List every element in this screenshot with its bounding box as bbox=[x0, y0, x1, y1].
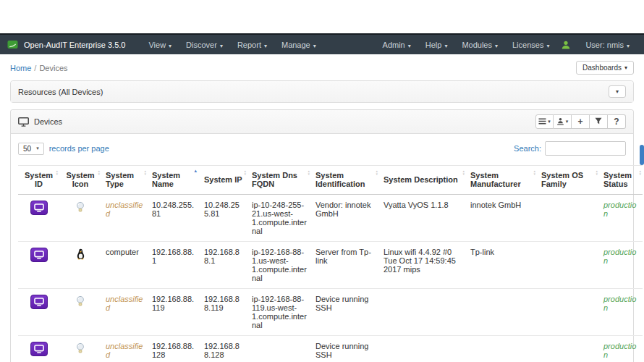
search-control: Search: bbox=[514, 141, 626, 156]
app-title[interactable]: Open-AudIT Enterprise 3.5.0 bbox=[24, 41, 125, 49]
menu-licenses[interactable]: Licenses▾ bbox=[506, 38, 556, 52]
chevron-down-icon: ▾ bbox=[444, 43, 447, 49]
sort-icon: ▴▾ bbox=[98, 169, 100, 175]
chevron-down-icon: ▾ bbox=[220, 43, 223, 49]
breadcrumb: Home / Devices Dashboards ▾ bbox=[10, 54, 634, 80]
system-type-cell: unclassified bbox=[101, 195, 148, 242]
search-input[interactable] bbox=[545, 141, 626, 156]
table-header-row: System ID▴▾System Icon▴▾System Type▴▾Sys… bbox=[18, 166, 643, 195]
system-ip-cell: 192.168.88.1 bbox=[200, 242, 247, 289]
system-name-cell: 192.168.88.1 bbox=[148, 242, 200, 289]
system-description-cell: Vyatta VyOS 1.1.8 bbox=[379, 195, 466, 242]
system-description-cell bbox=[379, 289, 466, 336]
plus-icon: + bbox=[577, 117, 582, 127]
menu-manage[interactable]: Manage▾ bbox=[275, 38, 323, 52]
column-header-system-ip[interactable]: System IP▴▾ bbox=[200, 166, 247, 195]
sort-icon: ▴▾ bbox=[533, 169, 535, 175]
menu-discover[interactable]: Discover▾ bbox=[179, 38, 229, 52]
system-identification-cell: Device running SSH bbox=[311, 289, 379, 336]
system-manufacturer-cell bbox=[466, 336, 537, 362]
lightbulb-icon bbox=[76, 342, 85, 354]
system-name-cell: 192.168.88.128 bbox=[148, 336, 200, 362]
device-view-cell bbox=[18, 195, 59, 242]
menu-report[interactable]: Report▾ bbox=[231, 38, 274, 52]
chevron-down-icon: ▾ bbox=[546, 43, 549, 49]
chevron-down-icon: ▾ bbox=[495, 43, 498, 49]
sort-asc-icon: ▴ bbox=[194, 168, 197, 174]
filter-button[interactable] bbox=[590, 114, 608, 129]
device-view-button[interactable] bbox=[30, 248, 48, 262]
sort-icon: ▴▾ bbox=[308, 169, 310, 175]
system-manufacturer-cell bbox=[466, 289, 537, 336]
device-row: computer192.168.88.1192.168.88.1ip-192-1… bbox=[18, 242, 643, 289]
column-header-system-manufacturer[interactable]: System Manufacturer▴▾ bbox=[466, 166, 537, 195]
system-name-cell: 192.168.88.119 bbox=[148, 289, 200, 336]
sort-icon: ▴▾ bbox=[244, 169, 246, 175]
tux-penguin-icon bbox=[76, 248, 85, 260]
resources-panel-title: Resources (All Devices) bbox=[18, 88, 103, 96]
breadcrumb-home-link[interactable]: Home bbox=[10, 64, 31, 72]
system-fqdn-cell: ip-10-248-255-21.us-west-1.compute.inter… bbox=[247, 195, 311, 242]
list-menu-button[interactable]: ▾ bbox=[535, 114, 554, 129]
column-header-system-dns-fqdn[interactable]: System Dns FQDN▴▾ bbox=[247, 166, 311, 195]
lightbulb-icon bbox=[76, 201, 85, 213]
system-description-cell bbox=[379, 336, 466, 362]
system-fqdn-cell: ip-192-168-88-119.us-west-1.compute.inte… bbox=[247, 289, 311, 336]
page: Open-AudIT Enterprise 3.5.0 View▾ Discov… bbox=[0, 0, 644, 362]
openaudit-logo-icon bbox=[7, 40, 18, 50]
sort-icon: ▴▾ bbox=[56, 169, 58, 175]
sort-icon: ▴▾ bbox=[596, 169, 598, 175]
devices-panel-title: Devices bbox=[34, 117, 62, 126]
menu-modules[interactable]: Modules▾ bbox=[455, 38, 504, 52]
table-body: unclassified10.248.255.8110.248.255.81ip… bbox=[18, 195, 643, 362]
column-header-system-identification[interactable]: System Identification▴▾ bbox=[311, 166, 379, 195]
dashboards-button[interactable]: Dashboards ▾ bbox=[576, 61, 634, 75]
system-ip-cell: 192.168.88.128 bbox=[200, 336, 247, 362]
sort-icon: ▴▾ bbox=[376, 169, 378, 175]
menu-admin[interactable]: Admin▾ bbox=[376, 38, 418, 52]
device-row: unclassified10.248.255.8110.248.255.81ip… bbox=[18, 195, 643, 242]
menu-help[interactable]: Help▾ bbox=[419, 38, 454, 52]
chevron-down-icon: ▾ bbox=[169, 43, 171, 49]
device-view-button[interactable] bbox=[30, 342, 48, 356]
export-menu-button[interactable]: ▾ bbox=[554, 114, 572, 129]
device-view-cell bbox=[18, 289, 59, 336]
lightbulb-icon bbox=[76, 295, 85, 307]
column-header-system-os-family[interactable]: System OS Family▴▾ bbox=[537, 166, 599, 195]
system-os-family-cell bbox=[537, 336, 599, 362]
resources-collapse-button[interactable]: ▾ bbox=[609, 85, 626, 98]
column-header-system-icon[interactable]: System Icon▴▾ bbox=[59, 166, 101, 195]
sort-icon: ▴▾ bbox=[462, 169, 465, 175]
devices-panel: Devices ▾ ▾ + ? bbox=[10, 109, 634, 362]
scrollbar-thumb[interactable] bbox=[640, 145, 644, 165]
system-identification-cell: Server from Tp-link bbox=[311, 242, 379, 289]
column-header-system-description[interactable]: System Description▴▾ bbox=[379, 166, 466, 195]
breadcrumb-separator: / bbox=[34, 64, 36, 72]
system-fqdn-cell: ip-192-168-88-1.us-west-1.compute.intern… bbox=[247, 242, 311, 289]
sort-icon: ▴▾ bbox=[144, 169, 146, 175]
system-description-cell: Linux wifi 4.4.92 #0 Tue Oct 17 14:59:45… bbox=[379, 242, 466, 289]
device-view-button[interactable] bbox=[30, 295, 48, 309]
chevron-down-icon: ▾ bbox=[627, 43, 630, 49]
help-button[interactable]: ? bbox=[608, 114, 626, 129]
menu-view[interactable]: View▾ bbox=[142, 38, 178, 52]
records-per-page-select[interactable]: 50 ▾ bbox=[18, 143, 44, 155]
column-header-system-id[interactable]: System ID▴▾ bbox=[18, 166, 59, 195]
chevron-down-icon: ▾ bbox=[313, 43, 316, 49]
system-os-family-cell bbox=[537, 242, 599, 289]
system-ip-cell: 10.248.255.81 bbox=[200, 195, 247, 242]
create-device-button[interactable]: + bbox=[572, 114, 590, 129]
column-header-system-name[interactable]: System Name▴ bbox=[148, 166, 200, 195]
column-header-system-status[interactable]: System Status▴▾ bbox=[599, 166, 643, 195]
question-icon: ? bbox=[614, 117, 619, 127]
device-view-cell bbox=[18, 336, 59, 362]
device-view-button[interactable] bbox=[30, 201, 48, 215]
system-type-cell: unclassified bbox=[101, 336, 148, 362]
device-row: unclassified192.168.88.128192.168.88.128… bbox=[18, 336, 643, 362]
system-status-cell: production bbox=[599, 195, 643, 242]
column-header-system-type[interactable]: System Type▴▾ bbox=[101, 166, 148, 195]
system-ip-cell: 192.168.88.119 bbox=[200, 289, 247, 336]
menu-user[interactable]: User: nmis▾ bbox=[579, 38, 636, 52]
system-status-cell: production bbox=[599, 289, 643, 336]
user-icon[interactable] bbox=[561, 40, 571, 50]
